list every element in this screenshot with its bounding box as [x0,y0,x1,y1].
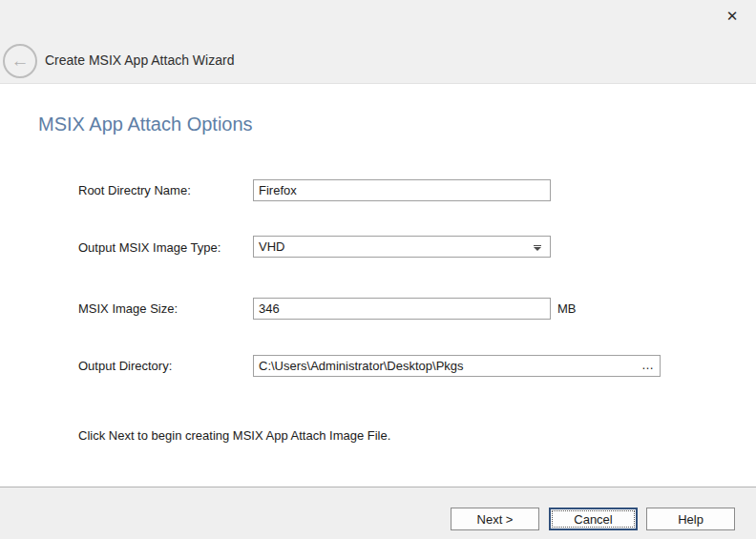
output-directory-input[interactable] [253,355,661,377]
back-button[interactable]: ← [3,44,37,78]
chevron-down-icon [534,247,541,251]
output-directory-label: Output Directory: [78,359,172,373]
image-size-label: MSIX Image Size: [78,301,178,316]
image-size-unit: MB [557,301,577,316]
cancel-button[interactable]: Cancel [549,508,638,530]
page-title: MSIX App Attach Options [38,114,253,135]
next-button[interactable]: Next > [451,508,539,530]
wizard-window: ✕ ← Create MSIX App Attach Wizard MSIX A… [0,0,756,539]
image-type-label: Output MSIX Image Type: [78,240,220,255]
image-type-selected-value: VHD [259,239,284,254]
output-directory-field: … [253,355,661,377]
instruction-text: Click Next to begin creating MSIX App At… [78,428,390,443]
image-type-dropdown[interactable]: VHD [253,236,551,258]
wizard-header: ✕ ← Create MSIX App Attach Wizard [0,0,756,84]
help-button[interactable]: Help [646,508,735,530]
image-size-input[interactable] [253,298,551,320]
close-icon[interactable]: ✕ [723,7,742,26]
wizard-title: Create MSIX App Attach Wizard [45,52,234,68]
footer-bar [0,487,756,539]
browse-button[interactable]: … [641,356,655,375]
root-directory-label: Root Directry Name: [78,183,191,197]
root-directory-input[interactable] [253,179,551,201]
